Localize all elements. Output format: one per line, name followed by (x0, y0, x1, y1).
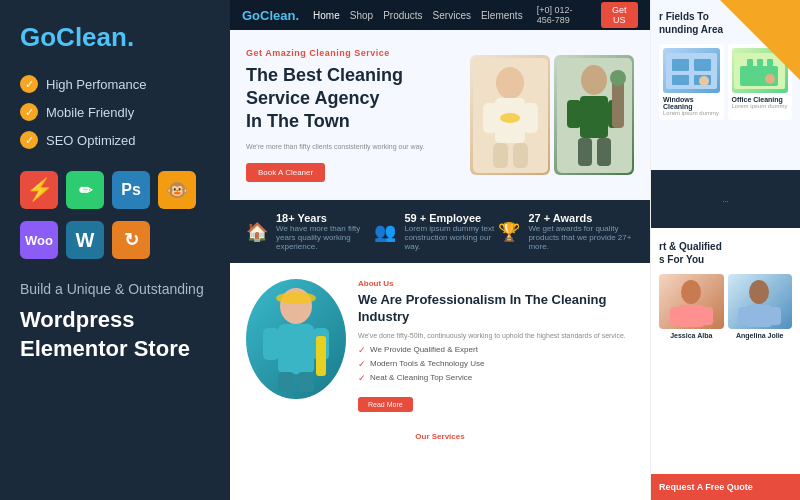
svg-point-24 (276, 292, 316, 304)
service-card-windows-title: Windows Cleaning (663, 96, 720, 110)
about-image (246, 279, 346, 399)
about-feature-3: Neat & Cleaning Top Service (358, 371, 634, 385)
stats-employees-icon: 👥 (374, 221, 396, 243)
stats-awards-icon: 🏆 (498, 221, 520, 243)
hero-section: Get Amazing Cleaning Service The Best Cl… (230, 30, 650, 200)
hero-images (470, 55, 634, 175)
windows-cleaning-image (663, 48, 720, 93)
svg-point-41 (749, 280, 769, 304)
svg-point-30 (699, 76, 709, 86)
svg-rect-4 (523, 103, 538, 133)
svg-rect-33 (747, 59, 753, 66)
svg-point-7 (500, 113, 520, 123)
check-icon: ✓ (20, 103, 38, 121)
elementor-icon: ⚡ (20, 171, 58, 209)
svg-point-9 (581, 65, 607, 95)
jessica-name: Jessica Alba (659, 332, 724, 339)
stat-item-years: 🏠 18+ Years We have more than fifty year… (246, 212, 374, 251)
about-label: About Us (358, 279, 634, 288)
svg-rect-13 (578, 138, 592, 166)
stats-employees-desc: Lorem ipsum dummy text construction work… (404, 224, 498, 251)
hero-cta-button[interactable]: Book A Cleaner (246, 163, 325, 182)
about-description: We've done fifty-50th, continuously work… (358, 332, 634, 339)
svg-rect-26 (672, 59, 689, 71)
nav-cta-button[interactable]: Get US (601, 2, 638, 28)
svg-rect-39 (670, 307, 682, 325)
svg-rect-44 (769, 307, 781, 325)
build-text: Build a Unique & Outstanding (20, 279, 210, 300)
about-feature-2: Modern Tools & Technology Use (358, 357, 634, 371)
main-content: GoClean. Home Shop Products Services Ele… (230, 0, 650, 500)
stats-employees-value: 59 + Employee (404, 212, 498, 224)
cleaner-image-svg-1 (473, 58, 548, 173)
svg-point-36 (765, 74, 775, 84)
navbar: GoClean. Home Shop Products Services Ele… (230, 0, 650, 30)
photoshop-icon: Ps (112, 171, 150, 209)
feature-list: ✓ High Perfomance ✓ Mobile Friendly ✓ SE… (20, 75, 210, 149)
nav-phone: [+0] 012-456-789 (537, 5, 587, 25)
hero-description: We're more than fifty clients consistent… (246, 142, 460, 152)
services-section-label: Our Services (230, 428, 650, 445)
about-read-more-button[interactable]: Read More (358, 397, 413, 412)
about-title: We Are Professionalism In The Cleaning I… (358, 292, 634, 326)
nav-link-shop[interactable]: Shop (350, 10, 373, 21)
svg-rect-21 (278, 372, 294, 392)
feature-item: ✓ Mobile Friendly (20, 103, 210, 121)
svg-point-1 (496, 67, 524, 99)
right-about-title: rt & Qualifieds For You (659, 240, 792, 266)
svg-rect-19 (263, 328, 279, 360)
hero-title: The Best CleaningService AgencyIn The To… (246, 64, 460, 134)
svg-rect-27 (694, 59, 711, 71)
svg-rect-11 (567, 100, 581, 128)
nav-logo: GoClean. (242, 8, 299, 23)
svg-rect-6 (513, 143, 528, 168)
about-features-list: We Provide Qualified & Expert Modern Too… (358, 343, 634, 385)
pencil-icon: ✏ (66, 171, 104, 209)
wordpress-icon: W (66, 221, 104, 259)
right-panel: r Fields Tonunding Area Windows Cleaning… (650, 0, 800, 500)
nav-link-products[interactable]: Products (383, 10, 422, 21)
about-text: About Us We Are Professionalism In The C… (358, 279, 634, 412)
svg-rect-3 (483, 103, 498, 133)
nav-link-elements[interactable]: Elements (481, 10, 523, 21)
service-card-office-desc: Lorem ipsum dummy (732, 103, 789, 109)
service-card-windows: Windows Cleaning Lorem ipsum dummy (659, 44, 724, 120)
nav-link-services[interactable]: Services (433, 10, 471, 21)
right-person-cards: Jessica Alba Angelina Jolie (659, 274, 792, 339)
stats-years-desc: We have more than fifty years quality wo… (276, 224, 374, 251)
cleaner-image-svg-2 (557, 58, 632, 173)
right-service-cards: Windows Cleaning Lorem ipsum dummy Offic… (659, 44, 792, 120)
person-card-jessica: Jessica Alba (659, 274, 724, 339)
svg-rect-10 (580, 96, 608, 138)
svg-point-16 (610, 70, 626, 86)
nav-link-home[interactable]: Home (313, 10, 340, 21)
stats-years-icon: 🏠 (246, 221, 268, 243)
stats-years-value: 18+ Years (276, 212, 374, 224)
build-bold-text: WordpressElementor Store (20, 306, 210, 363)
plugin-icons-row1: ⚡ ✏ Ps 🐵 (20, 171, 210, 209)
right-about-partial: rt & Qualifieds For You Jessica Alba (651, 228, 800, 351)
svg-rect-43 (738, 307, 750, 325)
brand-logo: GoClean. (20, 22, 210, 53)
refresh-icon: ↻ (112, 221, 150, 259)
hero-image-1 (470, 55, 550, 175)
hero-image-2 (554, 55, 634, 175)
check-icon: ✓ (20, 131, 38, 149)
mailchimp-icon: 🐵 (158, 171, 196, 209)
right-stats-placeholder: ... (722, 195, 729, 204)
left-panel: GoClean. ✓ High Perfomance ✓ Mobile Frie… (0, 0, 230, 500)
service-card-windows-desc: Lorem ipsum dummy (663, 110, 720, 116)
svg-rect-23 (316, 336, 326, 376)
right-quote-title: Request A Free Quote (659, 482, 792, 492)
angelina-name: Angelina Jolie (728, 332, 793, 339)
stats-awards-value: 27 + Awards (528, 212, 634, 224)
about-feature-1: We Provide Qualified & Expert (358, 343, 634, 357)
service-card-office-title: Office Cleaning (732, 96, 789, 103)
person-card-angelina: Angelina Jolie (728, 274, 793, 339)
svg-rect-5 (493, 143, 508, 168)
feature-item: ✓ High Perfomance (20, 75, 210, 93)
stat-item-awards: 🏆 27 + Awards We get awards for quality … (498, 212, 634, 251)
woocommerce-icon: Woo (20, 221, 58, 259)
svg-rect-22 (298, 372, 314, 392)
hero-text: Get Amazing Cleaning Service The Best Cl… (246, 48, 460, 183)
